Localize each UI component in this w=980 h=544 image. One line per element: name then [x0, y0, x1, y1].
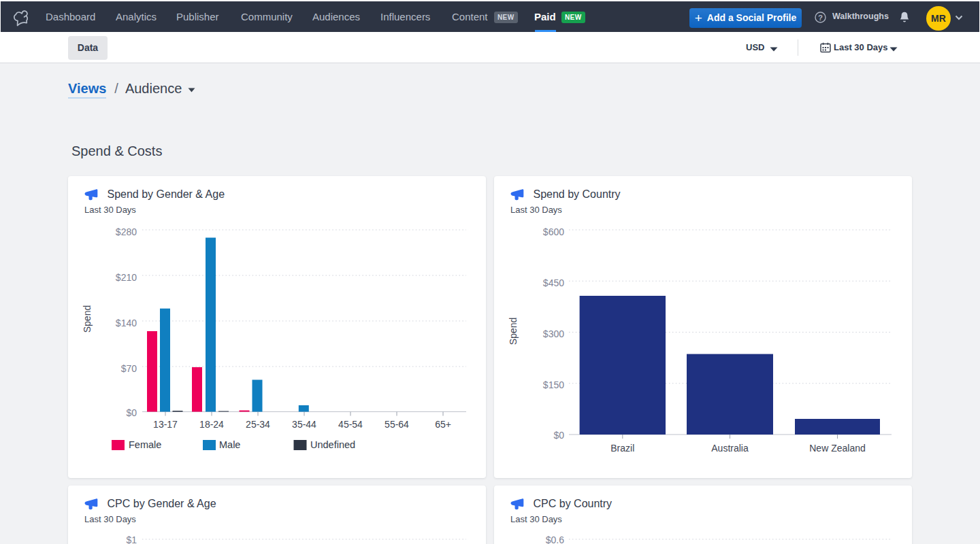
- svg-text:$600: $600: [543, 226, 564, 237]
- svg-text:$70: $70: [121, 363, 137, 374]
- svg-text:Spend: Spend: [82, 305, 93, 333]
- svg-text:$140: $140: [116, 318, 137, 328]
- svg-text:$150: $150: [543, 379, 564, 390]
- svg-text:$0: $0: [126, 407, 137, 418]
- svg-text:Female: Female: [129, 439, 161, 450]
- svg-text:Last 30 Days: Last 30 Days: [510, 205, 562, 215]
- svg-text:$0.6: $0.6: [546, 534, 564, 544]
- svg-text:$210: $210: [116, 272, 137, 283]
- svg-text:Spend: Spend: [508, 318, 519, 345]
- svg-text:$1: $1: [126, 534, 137, 544]
- svg-text:Spend by Country: Spend by Country: [534, 188, 621, 200]
- svg-text:$450: $450: [543, 277, 564, 288]
- svg-text:New Zealand: New Zealand: [809, 443, 866, 454]
- svg-text:$280: $280: [116, 226, 137, 237]
- svg-text:Last 30 Days: Last 30 Days: [510, 514, 562, 524]
- svg-text:Spend by Gender & Age: Spend by Gender & Age: [108, 188, 225, 200]
- svg-text:CPC by Country: CPC by Country: [534, 498, 612, 509]
- svg-text:?: ?: [818, 14, 823, 22]
- svg-text:$0: $0: [553, 430, 564, 441]
- svg-text:55-64: 55-64: [385, 419, 409, 430]
- svg-text:Last 30 Days: Last 30 Days: [84, 205, 136, 215]
- svg-text:35-44: 35-44: [292, 419, 316, 430]
- svg-text:18-24: 18-24: [199, 419, 224, 430]
- svg-text:Last 30 Days: Last 30 Days: [84, 514, 136, 524]
- svg-text:65+: 65+: [435, 419, 451, 430]
- svg-text:CPC by Gender & Age: CPC by Gender & Age: [108, 498, 216, 509]
- svg-text:Male: Male: [219, 439, 240, 450]
- svg-text:45-54: 45-54: [338, 419, 363, 430]
- svg-text:25-34: 25-34: [246, 419, 270, 430]
- svg-text:$300: $300: [543, 328, 564, 339]
- svg-text:Brazil: Brazil: [610, 443, 634, 454]
- svg-text:Australia: Australia: [711, 443, 749, 454]
- svg-text:13-17: 13-17: [153, 419, 178, 430]
- svg-text:Undefined: Undefined: [310, 439, 355, 450]
